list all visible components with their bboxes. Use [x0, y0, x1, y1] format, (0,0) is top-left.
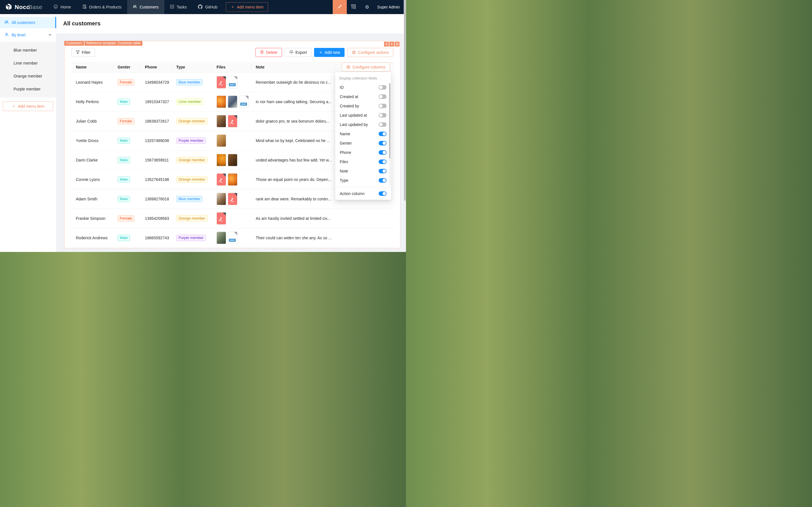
configure-columns-button[interactable]: ⚙ Configure columns [342, 63, 390, 71]
dropdown-item-note[interactable]: Note [336, 166, 388, 176]
field-toggle[interactable] [379, 131, 386, 136]
column-header-note[interactable]: Note [251, 62, 336, 72]
sidebar-item-by-level[interactable]: By level [0, 29, 56, 41]
pdf-file-icon[interactable] [228, 115, 237, 127]
field-toggle[interactable] [379, 85, 386, 90]
image-attachment-thumbnail[interactable] [228, 96, 237, 108]
field-toggle[interactable] [379, 169, 386, 173]
pdf-file-icon[interactable] [217, 212, 226, 225]
dropdown-item-last-updated-by[interactable]: Last updated by [336, 120, 388, 129]
nav-add-menu-item-button[interactable]: ＋ Add menu item [226, 2, 268, 12]
pdf-file-icon[interactable] [228, 193, 237, 205]
add-new-button[interactable]: ＋ Add new [314, 48, 344, 57]
dropdown-item-label: Created by [340, 104, 379, 108]
cell-phone: 13498034729 [141, 72, 172, 92]
column-header-type[interactable]: Type [172, 62, 212, 72]
gender-tag: Female [118, 118, 134, 124]
image-attachment-thumbnail[interactable] [217, 232, 226, 244]
delete-button-label: Delete [266, 50, 277, 55]
sidebar-item-purple-member[interactable]: Purple member [0, 83, 56, 95]
nav-item-home[interactable]: Home [48, 0, 76, 14]
cell-phone: 18865092743 [141, 228, 172, 247]
column-header-name[interactable]: Name [71, 62, 113, 72]
dropdown-item-created-at[interactable]: Created at [336, 92, 388, 101]
image-attachment-thumbnail[interactable] [217, 154, 226, 166]
nav-item-customers[interactable]: Customers [127, 0, 164, 14]
field-toggle[interactable] [379, 113, 386, 117]
blocks-grid-icon [351, 4, 356, 10]
dropdown-item-last-updated-at[interactable]: Last updated at [336, 110, 388, 120]
logo-text-light: Base [29, 4, 43, 10]
field-toggle[interactable] [379, 122, 386, 127]
action-column-toggle[interactable] [379, 191, 386, 196]
add-block-icon[interactable] [389, 42, 394, 47]
sidebar-item-lime-member[interactable]: Lime member [0, 57, 56, 69]
nav-item-orders-products[interactable]: Orders & Products [77, 0, 127, 14]
table-row[interactable]: Frankie SimpsonFemale13954209583Orange m… [71, 209, 393, 228]
customer-name: Darin Clarke [76, 158, 98, 162]
field-toggle[interactable] [379, 104, 386, 108]
nav-item-tasks[interactable]: Tasks [164, 0, 193, 14]
dropdown-item-created-by[interactable]: Created by [336, 101, 388, 110]
image-attachment-thumbnail[interactable] [217, 134, 226, 147]
cell-note: Mind what no by kept. Celebrated no he .… [251, 131, 336, 150]
pdf-file-icon[interactable] [217, 173, 226, 186]
image-attachment-thumbnail[interactable] [228, 173, 237, 186]
doc-file-icon[interactable]: DOC [228, 232, 237, 244]
dropdown-item-phone[interactable]: Phone [336, 148, 388, 157]
drag-handle-icon[interactable] [384, 42, 389, 47]
dropdown-item-genter[interactable]: Genter [336, 138, 388, 148]
gear-icon: ⚙ [346, 65, 350, 70]
nav-item-github[interactable]: GitHub [192, 0, 223, 14]
dropdown-item-id[interactable]: ID [336, 82, 388, 92]
dropdown-item-label: Phone [340, 150, 379, 155]
file-list [217, 115, 247, 127]
cell-gender: Male [113, 228, 141, 247]
sidebar-item-blue-member[interactable]: Blue member [0, 45, 56, 56]
block-menu-icon[interactable] [395, 42, 399, 47]
cell-gender: Female [113, 209, 141, 228]
dropdown-item-files[interactable]: Files [336, 157, 388, 166]
dropdown-item-action-column[interactable]: Action column [335, 187, 391, 200]
filter-button[interactable]: Filter [71, 48, 95, 57]
export-button[interactable]: Export [285, 48, 311, 57]
doc-file-icon[interactable]: DOC [239, 96, 249, 108]
cell-name: Darin Clarke [71, 150, 113, 170]
user-menu[interactable]: Super Admin [374, 0, 406, 14]
settings-button[interactable]: ⚙ [360, 0, 374, 14]
cell-type: Blue member [172, 189, 212, 209]
doc-file-icon[interactable]: DOC [228, 76, 237, 89]
dropdown-item-type[interactable]: Type [336, 176, 388, 185]
table-row[interactable]: Roderick AndrewsMale18865092743Purple me… [71, 228, 393, 247]
sidebar-item-all-customers[interactable]: All customers [0, 17, 56, 28]
image-attachment-thumbnail[interactable] [217, 115, 226, 127]
configure-columns-dropdown: Display collection fields IDCreated atCr… [335, 72, 391, 200]
cell-files [212, 150, 251, 170]
plugin-blocks-button[interactable] [347, 0, 360, 14]
ui-editor-button[interactable] [333, 0, 347, 14]
pdf-file-icon[interactable] [217, 76, 226, 89]
window-scrollbar[interactable] [404, 0, 406, 252]
column-header-genter[interactable]: Genter [113, 62, 141, 72]
cell-type: Blue member [172, 72, 212, 92]
window-scrollbar-thumb[interactable] [404, 0, 406, 201]
field-toggle[interactable] [379, 141, 386, 146]
field-toggle[interactable] [379, 178, 386, 183]
sidebar-item-orange-member[interactable]: Orange member [0, 70, 56, 82]
delete-button[interactable]: Delete [256, 48, 282, 57]
dropdown-scrollbar-thumb[interactable] [389, 83, 390, 159]
sidebar-add-menu-item-button[interactable]: ＋ Add menu item [3, 102, 53, 111]
image-attachment-thumbnail[interactable] [228, 154, 237, 166]
column-header-phone[interactable]: Phone [141, 62, 172, 72]
field-toggle[interactable] [379, 150, 386, 155]
field-toggle[interactable] [379, 160, 386, 164]
dropdown-item-name[interactable]: Name [336, 129, 388, 138]
image-attachment-thumbnail[interactable] [217, 193, 226, 205]
column-header-files[interactable]: Files [212, 62, 251, 72]
configure-actions-button[interactable]: ⚙ Configure actions [347, 48, 393, 57]
image-attachment-thumbnail[interactable] [217, 96, 226, 108]
nocobase-logo[interactable]: NocoBase [0, 0, 48, 14]
cell-type: Purple member [172, 228, 212, 247]
file-list: DOC [217, 76, 247, 89]
field-toggle[interactable] [379, 95, 386, 99]
